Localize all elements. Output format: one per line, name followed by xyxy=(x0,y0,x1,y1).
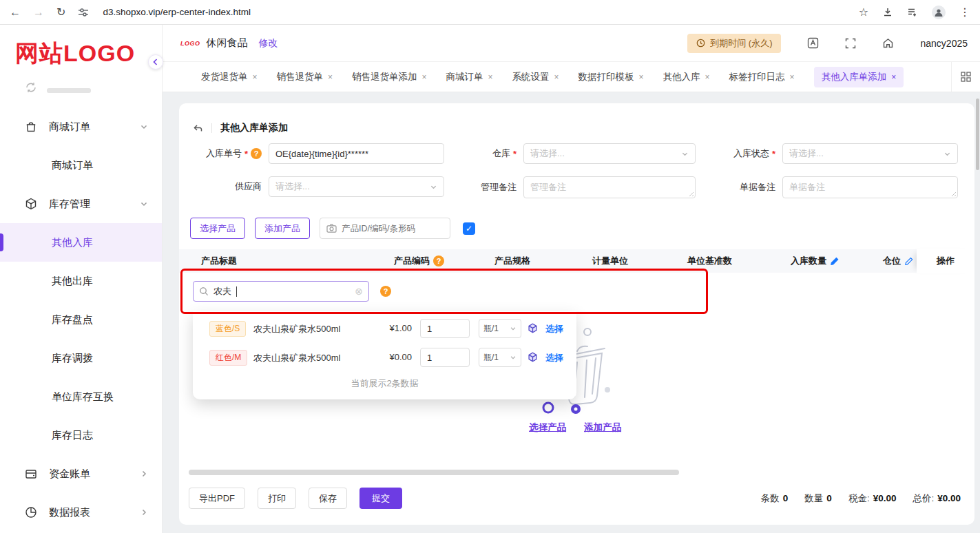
top-header: LOGO 休闲食品 修改 到期时间 (永久) xyxy=(163,25,980,62)
admin-note-textarea[interactable] xyxy=(523,176,696,198)
browser-menu-icon[interactable]: ⋮ xyxy=(959,7,970,18)
sidebar-item-data-report[interactable]: 数据报表 xyxy=(0,493,162,532)
search-icon xyxy=(199,286,209,296)
field-label: 供应商 xyxy=(235,180,262,193)
sidebar-item-clipped[interactable] xyxy=(0,83,162,94)
warehouse-select[interactable]: 请选择... xyxy=(523,143,696,164)
vertical-scrollbar[interactable] xyxy=(976,98,979,170)
tab-item[interactable]: 系统设置× xyxy=(512,71,559,83)
divider xyxy=(211,123,212,133)
tab-item[interactable]: 标签打印日志× xyxy=(729,71,795,83)
tab-close-icon[interactable]: × xyxy=(639,72,644,82)
tab-close-icon[interactable]: × xyxy=(328,72,333,82)
product-search-input[interactable]: 农夫 ⊗ xyxy=(193,281,369,302)
site-info-icon[interactable] xyxy=(78,7,89,18)
bookmark-star-icon[interactable]: ☆ xyxy=(859,7,868,18)
select-product-button[interactable]: 选择产品 xyxy=(190,218,245,239)
quantity-input[interactable] xyxy=(420,348,470,367)
sidebar-item-inventory-mgmt[interactable]: 库存管理 xyxy=(0,185,162,223)
browser-chrome: ← → ↻ d3.shopxo.vip/erp-center-index.htm… xyxy=(0,0,980,25)
chevron-down-icon xyxy=(943,150,951,158)
download-icon[interactable] xyxy=(882,7,893,18)
url-text[interactable]: d3.shopxo.vip/erp-center-index.html xyxy=(103,7,846,17)
fullscreen-icon[interactable] xyxy=(845,38,856,49)
tab-close-icon[interactable]: × xyxy=(891,72,896,82)
help-icon[interactable]: ? xyxy=(380,286,391,297)
chevron-down-icon xyxy=(430,183,437,191)
scan-mode-checkbox[interactable]: ✓ xyxy=(463,222,475,235)
edit-pencil-icon[interactable] xyxy=(830,257,839,266)
sidebar-item-label: 其他出库 xyxy=(52,275,93,288)
clear-icon[interactable]: ⊗ xyxy=(355,286,363,297)
export-pdf-button[interactable]: 导出PDF xyxy=(189,488,245,509)
scan-code-input[interactable] xyxy=(342,224,444,233)
doc-note-textarea[interactable] xyxy=(782,176,958,198)
select-placeholder: 请选择... xyxy=(530,147,681,160)
sidebar: 网站LOGO 商城订单 商城订单 xyxy=(0,25,163,533)
tab-item[interactable]: 其他入库× xyxy=(663,71,710,83)
back-icon[interactable]: ← xyxy=(10,7,21,18)
column-header: 计量单位 xyxy=(592,249,628,273)
tab-item[interactable]: 销售退货单× xyxy=(277,71,333,83)
tab-close-icon[interactable]: × xyxy=(705,72,710,82)
sidebar-item-funds-bill[interactable]: 资金账单 xyxy=(0,454,162,493)
unit-select[interactable]: 瓶/1 xyxy=(479,348,521,367)
stat-total: 总价:¥0.00 xyxy=(913,492,961,505)
horizontal-scrollbar[interactable] xyxy=(189,470,679,475)
tab-list-icon[interactable] xyxy=(951,62,980,92)
chevron-down-icon xyxy=(140,123,148,131)
product-name: 农夫山泉矿泉水500ml xyxy=(253,323,340,335)
select-product-link[interactable]: 选择 xyxy=(545,323,563,335)
refresh-icon[interactable]: ↻ xyxy=(56,7,65,18)
submit-button[interactable]: 提交 xyxy=(359,488,402,509)
expire-badge-label: 到期时间 (永久) xyxy=(710,37,772,50)
empty-add-product-link[interactable]: 添加产品 xyxy=(584,421,621,434)
tab-close-icon[interactable]: × xyxy=(422,72,427,82)
print-button[interactable]: 打印 xyxy=(258,488,296,509)
sidebar-item-stock-check[interactable]: 库存盘点 xyxy=(0,300,162,339)
store-edit-link[interactable]: 修改 xyxy=(259,37,278,50)
column-header: 单位基准数 xyxy=(687,249,732,273)
help-icon[interactable]: ? xyxy=(433,255,444,266)
quantity-input[interactable] xyxy=(420,319,470,338)
sidebar-item-other-outbound[interactable]: 其他出库 xyxy=(0,262,162,300)
tab-label: 商城订单 xyxy=(446,71,483,83)
forward-icon[interactable]: → xyxy=(33,7,44,18)
back-icon[interactable] xyxy=(193,123,203,133)
sidebar-item-mall-order-sub[interactable]: 商城订单 xyxy=(0,146,162,185)
product-price: ¥0.00 xyxy=(355,352,412,362)
sidebar-item-stock-log[interactable]: 库存日志 xyxy=(0,416,162,454)
tab-item[interactable]: 销售退货单添加× xyxy=(352,71,427,83)
reading-list-icon[interactable] xyxy=(907,7,918,18)
inbound-status-select[interactable]: 请选择... xyxy=(782,143,958,164)
tab-label: 数据打印模板 xyxy=(578,71,634,83)
username[interactable]: nancy2025 xyxy=(920,38,968,49)
tab-item-active[interactable]: 其他入库单添加× xyxy=(814,67,904,87)
app-logo: 网站LOGO xyxy=(0,25,162,83)
sidebar-item-mall-order[interactable]: 商城订单 xyxy=(0,107,162,146)
tab-item[interactable]: 发货退货单× xyxy=(201,71,258,83)
empty-select-product-link[interactable]: 选择产品 xyxy=(529,421,566,434)
add-product-button[interactable]: 添加产品 xyxy=(255,218,310,239)
language-icon[interactable] xyxy=(807,37,819,49)
select-product-link[interactable]: 选择 xyxy=(545,352,563,364)
edit-pencil-icon[interactable] xyxy=(904,257,913,266)
sidebar-collapse-button[interactable] xyxy=(148,54,163,70)
order-no-input[interactable] xyxy=(269,143,444,164)
home-icon[interactable] xyxy=(882,37,894,49)
help-icon[interactable]: ? xyxy=(251,148,262,159)
sidebar-item-other-inbound[interactable]: 其他入库 xyxy=(0,223,162,262)
save-button[interactable]: 保存 xyxy=(309,488,347,509)
unit-select[interactable]: 瓶/1 xyxy=(479,319,521,338)
tab-close-icon[interactable]: × xyxy=(253,72,258,82)
sidebar-item-unit-stock-swap[interactable]: 单位库存互换 xyxy=(0,377,162,416)
tab-close-icon[interactable]: × xyxy=(790,72,795,82)
tab-item[interactable]: 数据打印模板× xyxy=(578,71,644,83)
sidebar-item-stock-transfer[interactable]: 库存调拨 xyxy=(0,339,162,377)
supplier-select[interactable]: 请选择... xyxy=(269,176,444,197)
tab-close-icon[interactable]: × xyxy=(554,72,559,82)
tab-item[interactable]: 商城订单× xyxy=(446,71,493,83)
profile-avatar-icon[interactable] xyxy=(932,6,946,19)
tab-close-icon[interactable]: × xyxy=(488,72,493,82)
sidebar-menu: 商城订单 商城订单 库存管理 其他入库 其他出库 xyxy=(0,107,162,532)
